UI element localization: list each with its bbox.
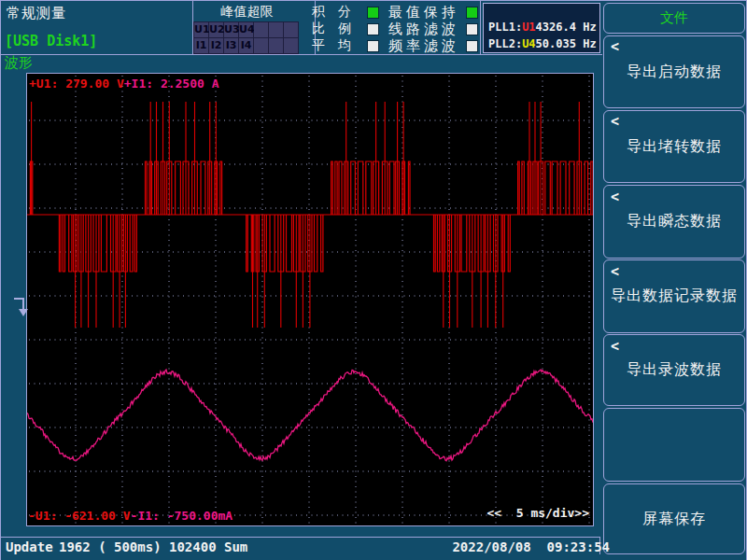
pll1-row: PLL1: U1 4326.4 Hz <box>488 20 596 35</box>
scale-readout-bottom: -U1: -621.00 V-I1: -750.00mA <box>28 509 233 523</box>
peak-cell: I3 <box>224 38 238 53</box>
i1-peak-plus: +I1: 2.2500 A <box>124 77 219 91</box>
button-export-locked-rotor-data[interactable]: < 导出堵转数据 <box>603 110 745 183</box>
peak-cell <box>284 38 298 53</box>
peak-cell <box>254 38 268 53</box>
button-export-recorded-waveform-data[interactable]: < 导出录波数据 <box>603 334 745 406</box>
button-empty-slot[interactable] <box>603 408 745 482</box>
datetime-readout: 2022/08/08 09:23:54 <box>374 539 610 554</box>
peak-cell <box>284 22 298 37</box>
chevron-left-icon: < <box>611 261 619 280</box>
peak-cell <box>269 38 283 53</box>
pll2-row: PLL2: U4 50.035 Hz <box>488 36 596 51</box>
button-export-datalog-data[interactable]: < 导出数据记录数据 <box>603 259 745 333</box>
pll1-label: PLL1: <box>488 21 522 34</box>
pll-panel: PLL1: U1 4326.4 Hz PLL2: U4 50.035 Hz <box>483 3 600 53</box>
header-bottom-line <box>1 54 602 55</box>
peak-cell: U4 <box>239 22 253 37</box>
peak-cell: U2 <box>209 22 223 37</box>
view-tab-waveform: 波形 <box>5 54 33 72</box>
statusbar-top-border <box>1 537 600 538</box>
trigger-position-marker <box>13 293 30 319</box>
waveform-traces <box>27 74 593 525</box>
toggle-integrate-char2: 分 <box>337 4 352 21</box>
analyzer-screen: 常规测量 [USB Disk1] 峰值超限 U1 U2 U3 U4 I1 I2 … <box>0 0 747 560</box>
toggle-integrate-checkbox <box>367 7 379 19</box>
usb-disk-indicator: [USB Disk1] <box>5 33 97 49</box>
u1-peak-plus: +U1: 279.00 V <box>29 77 124 91</box>
toggle-max-hold-label: 最值保持 <box>388 4 459 21</box>
peak-cell: U3 <box>224 22 238 37</box>
toggle-average-checkbox <box>367 40 379 52</box>
pll1-source: U1 <box>522 21 535 34</box>
scale-readout-top: +U1: 279.00 V+I1: 2.2500 A <box>29 77 219 91</box>
toggle-average-char1: 平 <box>311 37 326 54</box>
peak-cell: U1 <box>194 22 208 37</box>
toggle-freq-filter-checkbox <box>466 40 478 52</box>
toggle-scale-char1: 比 <box>311 21 326 37</box>
button-export-startup-data[interactable]: < 导出启动数据 <box>603 35 745 108</box>
chevron-left-icon: < <box>611 37 619 56</box>
i1-peak-minus: -I1: -750.00mA <box>131 509 233 523</box>
pll1-value: 4326.4 Hz <box>536 21 597 34</box>
toggle-average-char2: 均 <box>337 37 352 54</box>
peak-over-limit-grid: U1 U2 U3 U4 I1 I2 I3 I4 <box>193 21 299 54</box>
button-export-transient-data[interactable]: < 导出瞬态数据 <box>603 185 745 259</box>
sidebar-title-text: 文件 <box>660 9 688 27</box>
measurement-mode-label: 常规测量 <box>7 5 66 22</box>
sidebar-menu-title: 文件 <box>603 3 745 34</box>
peak-cell <box>254 22 268 37</box>
toggle-line-filter-label: 线路滤波 <box>388 21 459 38</box>
timebase-readout: << 5 ms/div>> <box>486 506 589 520</box>
header-divider <box>480 1 481 54</box>
pll2-value: 50.035 Hz <box>536 37 597 50</box>
pll2-label: PLL2: <box>488 37 522 50</box>
chevron-left-icon: < <box>611 336 619 355</box>
chevron-left-icon: < <box>611 112 619 131</box>
button-screen-save[interactable]: 屏幕保存 <box>603 483 745 554</box>
peak-cell <box>269 22 283 37</box>
chevron-left-icon: < <box>611 187 619 205</box>
peak-cell: I1 <box>194 38 208 53</box>
u1-peak-minus: -U1: -621.00 V <box>28 509 131 523</box>
update-label: Update <box>6 539 53 554</box>
pll2-source: U4 <box>522 37 535 50</box>
peak-cell: I4 <box>239 38 253 53</box>
toggle-scale-checkbox <box>367 23 379 35</box>
toggle-line-filter-checkbox <box>466 23 478 35</box>
peak-cell: I2 <box>209 38 223 53</box>
toggle-freq-filter-label: 频率滤波 <box>388 37 459 55</box>
toggle-max-hold-checkbox <box>466 7 478 19</box>
toggle-scale-char2: 例 <box>337 21 352 37</box>
waveform-plot: +U1: 279.00 V+I1: 2.2500 A -U1: -621.00 … <box>26 73 594 526</box>
toggle-integrate-char1: 积 <box>311 4 326 21</box>
peak-over-limit-title: 峰值超限 <box>194 4 300 21</box>
update-counter: 1962 ( 500ms) 102400 Sum <box>59 539 247 554</box>
